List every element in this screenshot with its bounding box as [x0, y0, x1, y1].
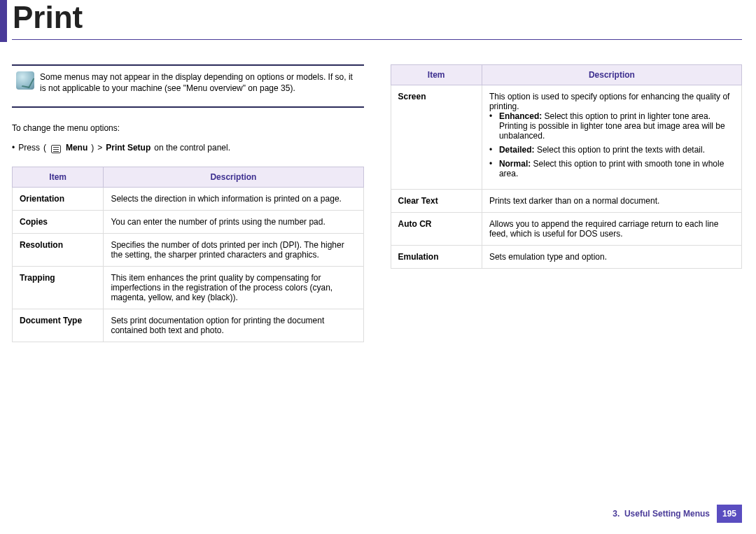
page-title: Print — [13, 0, 83, 35]
bullet-body: Select this option to print the texts wi… — [537, 145, 705, 155]
table-header-row: Item Description — [391, 65, 742, 85]
bullet-label: Detailed: — [499, 145, 535, 155]
item-cell: Auto CR — [391, 213, 482, 246]
bullet-text: Enhanced: Select this option to print in… — [499, 111, 734, 141]
left-column: Some menus may not appear in the display… — [12, 64, 364, 342]
screen-bullets: • Enhanced: Select this option to print … — [489, 111, 734, 178]
breadcrumb-suffix: on the control panel. — [154, 143, 230, 153]
page-footer: 3. Useful Setting Menus 195 — [612, 505, 742, 523]
breadcrumb-sep: > — [97, 143, 102, 153]
footer-section-num: 3. — [612, 509, 620, 519]
bullet-icon: • — [12, 143, 15, 153]
desc-cell: You can enter the number of prints using… — [104, 211, 363, 234]
breadcrumb-target: Print Setup — [106, 143, 150, 153]
options-table-right: Item Description Screen This option is u… — [391, 64, 743, 269]
breadcrumb-paren-open: ( — [43, 143, 46, 153]
bullet-label: Normal: — [499, 159, 531, 169]
item-cell: Clear Text — [391, 190, 482, 213]
accent-stripe — [0, 0, 7, 42]
table-row: Trapping This item enhances the print qu… — [13, 267, 364, 309]
col-item: Item — [391, 65, 482, 85]
page-number: 195 — [717, 505, 742, 523]
title-underline — [12, 39, 742, 40]
item-cell: Copies — [13, 211, 104, 234]
note-icon — [16, 71, 34, 90]
breadcrumb: • Press ( Menu ) > Print Setup on the co… — [12, 143, 364, 153]
list-item: • Enhanced: Select this option to print … — [489, 111, 734, 141]
item-cell: Screen — [391, 85, 482, 190]
screen-lead: This option is used to specify options f… — [489, 92, 734, 111]
table-row: Document Type Sets print documentation o… — [13, 309, 364, 342]
desc-cell: This item enhances the print quality by … — [104, 267, 363, 309]
desc-cell: Sets emulation type and option. — [482, 246, 741, 269]
table-header-row: Item Description — [13, 167, 364, 188]
table-row: Orientation Selects the direction in whi… — [13, 188, 364, 211]
footer-section-title: Useful Setting Menus — [624, 509, 710, 519]
col-item: Item — [13, 167, 104, 188]
desc-cell: Specifies the number of dots printed per… — [104, 234, 363, 267]
options-table-left: Item Description Orientation Selects the… — [12, 167, 364, 342]
footer-section: 3. Useful Setting Menus — [612, 509, 710, 519]
col-description: Description — [482, 65, 741, 85]
desc-cell: Prints text darker than on a normal docu… — [482, 190, 741, 213]
col-description: Description — [104, 167, 363, 188]
breadcrumb-press: Press — [18, 143, 40, 153]
list-item: • Detailed: Select this option to print … — [489, 145, 734, 155]
table-row: Clear Text Prints text darker than on a … — [391, 190, 742, 213]
desc-cell: Sets print documentation option for prin… — [104, 309, 363, 342]
desc-cell: Allows you to append the required carria… — [482, 213, 741, 246]
table-row: Resolution Specifies the number of dots … — [13, 234, 364, 267]
bullet-label: Enhanced: — [499, 111, 542, 121]
note-text: Some menus may not appear in the display… — [40, 71, 360, 94]
right-column: Item Description Screen This option is u… — [391, 64, 743, 342]
table-row: Copies You can enter the number of print… — [13, 211, 364, 234]
menu-icon — [51, 145, 61, 153]
item-cell: Orientation — [13, 188, 104, 211]
desc-cell: Selects the direction in which informati… — [104, 188, 363, 211]
table-row: Screen This option is used to specify op… — [391, 85, 742, 190]
bullet-body: Select this option to print with smooth … — [499, 159, 724, 178]
bullet-icon: • — [489, 159, 495, 178]
item-cell: Trapping — [13, 267, 104, 309]
bullet-text: Normal: Select this option to print with… — [499, 159, 734, 178]
item-cell: Resolution — [13, 234, 104, 267]
bullet-icon: • — [489, 145, 495, 155]
table-row: Auto CR Allows you to append the require… — [391, 213, 742, 246]
table-row: Emulation Sets emulation type and option… — [391, 246, 742, 269]
bullet-icon: • — [489, 111, 495, 141]
item-cell: Emulation — [391, 246, 482, 269]
desc-cell: This option is used to specify options f… — [482, 85, 741, 190]
item-cell: Document Type — [13, 309, 104, 342]
breadcrumb-paren-close: ) — [91, 143, 94, 153]
note-block: Some menus may not appear in the display… — [12, 64, 364, 108]
bullet-text: Detailed: Select this option to print th… — [499, 145, 705, 155]
list-item: • Normal: Select this option to print wi… — [489, 159, 734, 178]
intro-text: To change the menu options: — [12, 123, 364, 133]
breadcrumb-menu: Menu — [66, 143, 88, 153]
